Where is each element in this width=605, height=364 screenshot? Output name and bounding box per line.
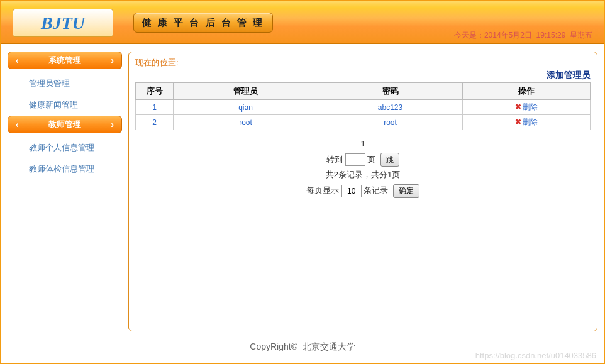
current-page: 1 [360,139,365,148]
confirm-button[interactable]: 确定 [393,184,419,198]
pager: 1 转到 页 跳 共2条记录，共分1页 每页显示 条记录 确定 [135,136,591,199]
cell-seq: 2 [136,115,174,130]
chevron-right-icon: › [111,55,114,65]
per-page-suffix: 条记录 [364,185,388,195]
delete-label: 删除 [523,118,538,126]
menu-header-label: 系统管理 [48,55,81,66]
pager-summary: 共2条记录，共分1页 [326,170,400,179]
header: BJTU 健 康 平 台 后 台 管 理 今天是：2014年5月2日 19:15… [1,1,604,44]
watermark: https://blog.csdn.net/u014033586 [475,351,596,360]
jump-suffix: 页 [367,155,375,164]
logo-box: BJTU [13,9,113,37]
jump-prefix: 转到 [326,155,343,164]
col-action: 操作 [463,83,591,100]
breadcrumb: 现在的位置: [135,57,591,69]
copyright: CopyRight© [250,341,297,351]
jump-button[interactable]: 跳 [380,153,399,167]
add-admin-link[interactable]: 添加管理员 [547,70,591,81]
cell-pwd: abc123 [318,100,463,115]
col-seq: 序号 [136,83,174,100]
sidebar-item-admin-mgmt[interactable]: 管理员管理 [8,73,122,94]
admin-table: 序号 管理员 密码 操作 1 qian abc123 ✖删除 [135,82,591,130]
date-time: 19:15:29 [536,31,566,40]
content-panel: 现在的位置: 添加管理员 序号 管理员 密码 操作 1 [128,52,597,331]
per-page-input[interactable] [341,185,362,197]
table-row: 2 root root ✖删除 [136,115,591,130]
close-icon: ✖ [515,102,521,111]
table-row: 1 qian abc123 ✖删除 [136,100,591,115]
date-weekday: 星期五 [570,31,592,40]
per-page-prefix: 每页显示 [306,185,339,195]
university-name: 北京交通大学 [302,341,355,351]
chevron-right-icon: › [111,119,114,130]
cell-pwd: root [318,115,463,130]
menu-header-teacher[interactable]: ‹ 教师管理 › [8,116,122,133]
sidebar-item-teacher-info[interactable]: 教师个人信息管理 [8,137,122,158]
col-pwd: 密码 [318,83,463,100]
sidebar-item-teacher-exam[interactable]: 教师体检信息管理 [8,158,122,180]
menu-header-label: 教师管理 [48,119,81,130]
logo-text: BJTU [41,13,85,33]
delete-link[interactable]: ✖删除 [463,100,591,115]
cell-admin: qian [174,100,318,115]
cell-admin: root [174,115,318,130]
cell-seq: 1 [136,100,174,115]
menu-header-system[interactable]: ‹ 系统管理 › [8,52,122,69]
sidebar-item-health-news[interactable]: 健康新闻管理 [8,94,122,116]
col-admin: 管理员 [174,83,318,100]
current-date: 今天是：2014年5月2日 19:15:29 星期五 [454,30,592,41]
page-input[interactable] [345,153,365,166]
close-icon: ✖ [515,118,521,126]
date-prefix: 今天是： [454,31,484,40]
chevron-left-icon: ‹ [16,55,19,65]
app-title: 健 康 平 台 后 台 管 理 [133,13,273,33]
delete-link[interactable]: ✖删除 [463,115,591,130]
sidebar: ‹ 系统管理 › 管理员管理 健康新闻管理 ‹ 教师管理 › 教师个人信息管理 … [8,52,122,331]
date-date: 2014年5月2日 [484,31,532,40]
chevron-left-icon: ‹ [16,119,19,130]
delete-label: 删除 [523,102,538,111]
